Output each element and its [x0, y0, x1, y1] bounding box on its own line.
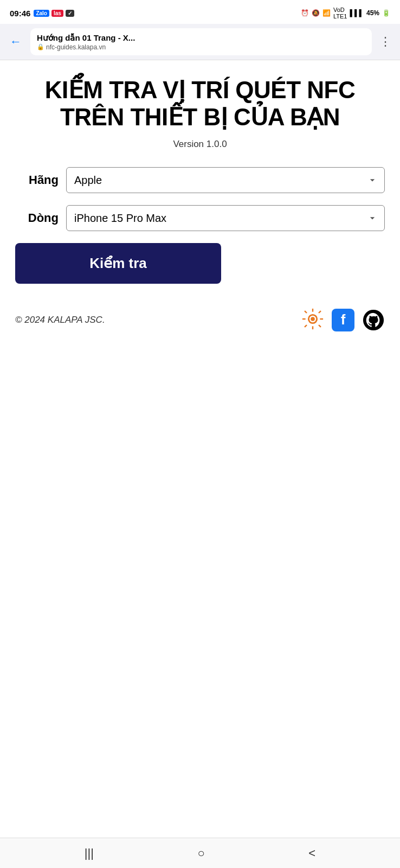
check-button[interactable]: Kiểm tra [15, 243, 221, 284]
footer-icons: f [301, 308, 385, 333]
browser-toolbar: ← Hướng dẫn 01 Trang - X... 🔒 nfc-guides… [0, 24, 400, 60]
brand-label: Hãng [15, 173, 59, 187]
signal-icon: ▌▌▌ [350, 9, 364, 17]
model-row: Dòng iPhone 15 Pro Max iPhone 15 Pro iPh… [15, 205, 385, 231]
url-bar[interactable]: Hướng dẫn 01 Trang - X... 🔒 nfc-guides.k… [30, 28, 372, 55]
page-content: KIỂM TRA VỊ TRÍ QUÉT NFC TRÊN THIẾT BỊ C… [0, 60, 400, 838]
network-label: VoDLTE1 [333, 7, 347, 20]
battery-display: 45% [366, 9, 379, 17]
wifi-icon: 📶 [322, 9, 331, 17]
brand-select[interactable]: Apple Samsung Xiaomi OPPO Vivo Huawei [66, 167, 385, 193]
github-icon[interactable] [362, 309, 385, 331]
browser-chrome: ← Hướng dẫn 01 Trang - X... 🔒 nfc-guides… [0, 24, 400, 60]
zalo-icon: Zalo [34, 10, 49, 17]
nav-back-button[interactable]: < [298, 842, 326, 865]
checkmark-icon: ✓ [66, 10, 74, 17]
alarm-icon: ⏰ [301, 9, 309, 17]
svg-point-9 [311, 317, 315, 321]
browser-more-button[interactable]: ⋮ [377, 34, 393, 50]
battery-icon: 🔋 [382, 9, 390, 17]
facebook-icon[interactable]: f [332, 309, 354, 331]
status-bar: 09:46 Zalo las ✓ ⏰ 🔕 📶 VoDLTE1 ▌▌▌ 45% 🔋 [0, 0, 400, 24]
svg-line-7 [319, 311, 321, 313]
main-title: KIỂM TRA VỊ TRÍ QUÉT NFC TRÊN THIẾT BỊ C… [15, 76, 385, 131]
bottom-navigation: ||| ○ < [0, 838, 400, 868]
brand-row: Hãng Apple Samsung Xiaomi OPPO Vivo Huaw… [15, 167, 385, 193]
las-icon: las [51, 10, 63, 17]
svg-line-6 [319, 325, 321, 327]
model-label: Dòng [15, 211, 59, 225]
form-section: Hãng Apple Samsung Xiaomi OPPO Vivo Huaw… [15, 167, 385, 231]
model-select[interactable]: iPhone 15 Pro Max iPhone 15 Pro iPhone 1… [66, 205, 385, 231]
kalapa-icon[interactable] [301, 308, 324, 333]
lock-icon: 🔒 [37, 43, 44, 50]
browser-back-button[interactable]: ← [7, 34, 25, 50]
nav-home-button[interactable]: ○ [187, 842, 216, 865]
version-text: Version 1.0.0 [15, 139, 385, 150]
copyright-text: © 2024 KALAPA JSC. [15, 315, 105, 326]
svg-line-5 [305, 311, 307, 313]
url-domain: 🔒 nfc-guides.kalapa.vn [37, 43, 365, 51]
svg-line-8 [305, 325, 307, 327]
svg-point-10 [363, 310, 384, 330]
status-app-icons: Zalo las ✓ [34, 10, 74, 17]
time-display: 09:46 [10, 9, 30, 18]
mute-icon: 🔕 [312, 9, 320, 17]
footer: © 2024 KALAPA JSC. [15, 303, 385, 333]
page-tab-title: Hướng dẫn 01 Trang - X... [37, 33, 365, 43]
status-right-area: ⏰ 🔕 📶 VoDLTE1 ▌▌▌ 45% 🔋 [301, 7, 390, 20]
status-time-area: 09:46 Zalo las ✓ [10, 9, 74, 18]
nav-menu-button[interactable]: ||| [74, 842, 105, 865]
